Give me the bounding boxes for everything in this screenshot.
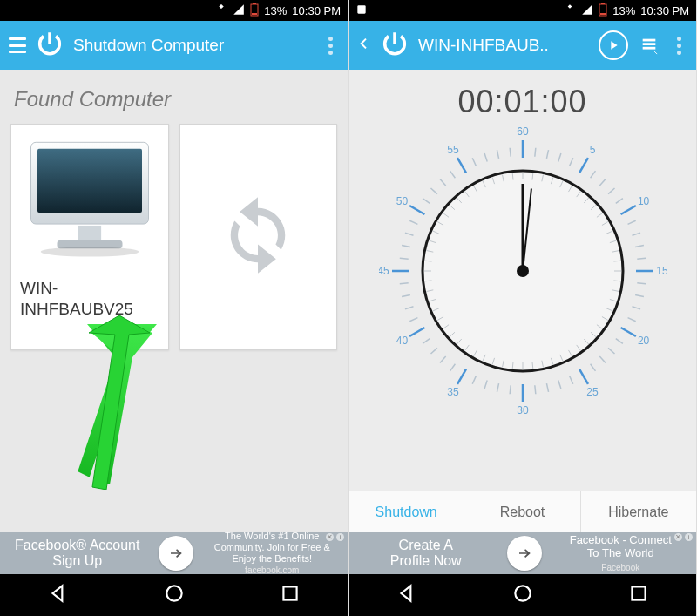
- svg-line-65: [404, 233, 413, 235]
- svg-line-67: [409, 206, 424, 214]
- svg-text:35: 35: [447, 386, 459, 398]
- svg-rect-2: [252, 13, 257, 15]
- home-icon[interactable]: [163, 582, 186, 608]
- svg-line-25: [608, 188, 614, 194]
- svg-line-34: [635, 294, 644, 296]
- svg-line-71: [450, 171, 455, 178]
- ad-banner[interactable]: Facebook® AccountSign Up The World's #1 …: [0, 532, 348, 574]
- back-icon[interactable]: [47, 582, 70, 608]
- svg-line-66: [409, 220, 417, 224]
- svg-line-74: [484, 153, 487, 162]
- svg-line-18: [534, 148, 535, 157]
- svg-line-51: [472, 376, 476, 384]
- battery-icon: [599, 3, 607, 19]
- svg-rect-10: [357, 5, 365, 13]
- svg-point-152: [517, 265, 529, 277]
- svg-line-76: [510, 148, 511, 157]
- svg-line-21: [569, 158, 572, 166]
- svg-line-28: [627, 220, 635, 224]
- ad-close-icon[interactable]: ✕i: [326, 533, 344, 541]
- svg-line-19: [546, 150, 548, 159]
- svg-rect-15: [643, 43, 656, 45]
- tab-shutdown[interactable]: Shutdown: [348, 491, 464, 532]
- svg-rect-12: [601, 3, 605, 4]
- battery-percent: 13%: [612, 4, 635, 17]
- timer-dial[interactable]: 60510152025303540455055: [379, 127, 667, 415]
- tab-hibernate[interactable]: Hibernate: [580, 491, 696, 532]
- overflow-icon[interactable]: [670, 37, 687, 55]
- overflow-icon[interactable]: [321, 37, 339, 55]
- svg-text:25: 25: [586, 386, 599, 398]
- svg-line-22: [579, 158, 588, 173]
- nav-bar: [0, 574, 348, 616]
- svg-line-30: [635, 245, 644, 247]
- svg-text:55: 55: [447, 144, 459, 156]
- computer-name: WIN-INHFBAUBV25: [20, 278, 159, 320]
- ad-close-icon[interactable]: ✕i: [674, 533, 693, 541]
- status-time: 10:30 PM: [292, 4, 341, 17]
- svg-text:15: 15: [656, 265, 667, 277]
- ad-arrow-button[interactable]: [507, 536, 542, 571]
- home-icon[interactable]: [511, 582, 534, 608]
- svg-line-75: [497, 150, 498, 159]
- app-title: WIN-INHFBAUB..: [418, 36, 590, 55]
- timer-display: 00:01:00: [348, 84, 696, 120]
- battery-percent: 13%: [264, 4, 287, 17]
- svg-line-69: [430, 188, 436, 194]
- svg-rect-14: [643, 39, 656, 42]
- recents-icon[interactable]: [627, 582, 650, 608]
- svg-line-58: [409, 318, 417, 322]
- action-bar: WIN-INHFBAUB..: [348, 21, 696, 70]
- svg-rect-16: [643, 47, 656, 50]
- svg-line-56: [423, 339, 430, 344]
- list-icon[interactable]: [637, 33, 661, 58]
- svg-line-36: [627, 318, 635, 322]
- ad-left-text: Create AProfile Now: [348, 536, 504, 572]
- svg-line-50: [484, 381, 487, 389]
- svg-line-53: [450, 364, 455, 371]
- recents-icon[interactable]: [279, 582, 301, 608]
- refresh-card[interactable]: [179, 124, 338, 350]
- status-bar: 13% 10:30 PM: [0, 0, 348, 21]
- ad-right-text: Facebook - Connect To The World Facebook: [545, 531, 697, 576]
- ad-right-text: The World's #1 Online Community. Join fo…: [197, 529, 348, 579]
- tab-reboot[interactable]: Reboot: [464, 491, 579, 532]
- svg-point-153: [515, 586, 530, 600]
- app-title: Shutdown Computer: [73, 36, 313, 55]
- svg-line-24: [599, 179, 606, 185]
- svg-line-59: [404, 307, 413, 309]
- svg-line-61: [399, 283, 408, 284]
- svg-line-54: [439, 356, 445, 362]
- svg-line-29: [632, 233, 640, 235]
- svg-rect-9: [283, 586, 296, 599]
- svg-rect-1: [253, 3, 256, 4]
- svg-line-38: [615, 339, 622, 344]
- svg-line-45: [546, 383, 548, 392]
- ad-arrow-button[interactable]: [159, 536, 193, 571]
- power-icon: [380, 29, 409, 62]
- ad-banner[interactable]: Create AProfile Now Facebook - Connect T…: [348, 532, 696, 574]
- svg-line-42: [579, 369, 588, 384]
- svg-text:30: 30: [517, 404, 529, 415]
- svg-line-49: [497, 383, 498, 392]
- computer-card[interactable]: WIN-INHFBAUBV25: [10, 124, 169, 350]
- nav-bar: [348, 574, 696, 616]
- svg-text:5: 5: [589, 144, 595, 156]
- right-screen: 13% 10:30 PM WIN-INHFBAUB.. 00:01:00 605…: [348, 0, 697, 616]
- back-chevron-icon[interactable]: [357, 33, 371, 58]
- svg-line-64: [402, 245, 410, 247]
- svg-line-33: [637, 283, 646, 284]
- svg-line-20: [558, 153, 560, 162]
- back-icon[interactable]: [396, 582, 418, 608]
- svg-line-63: [399, 258, 408, 259]
- power-icon: [35, 29, 64, 62]
- play-button[interactable]: [599, 30, 628, 60]
- svg-line-35: [632, 307, 640, 309]
- menu-icon[interactable]: [9, 37, 26, 53]
- svg-point-8: [166, 586, 181, 600]
- svg-line-40: [599, 356, 606, 362]
- content-area: Found Computer: [0, 70, 348, 532]
- action-bar: Shutdown Computer: [0, 21, 348, 70]
- svg-line-26: [615, 199, 622, 204]
- status-time: 10:30 PM: [640, 4, 689, 17]
